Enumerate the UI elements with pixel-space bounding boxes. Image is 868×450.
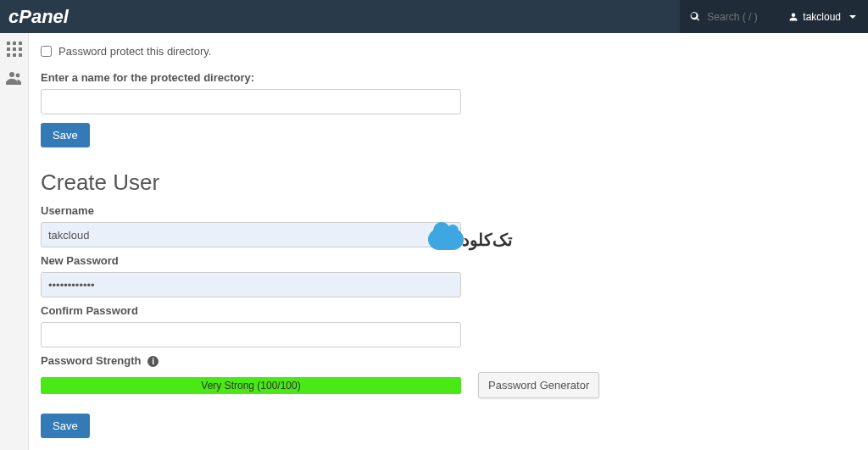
username-input[interactable] [41, 222, 461, 247]
svg-rect-7 [13, 53, 16, 57]
sidebar [0, 33, 29, 450]
svg-rect-8 [19, 53, 22, 57]
apps-icon[interactable] [7, 42, 22, 59]
search-input[interactable] [707, 11, 766, 23]
password-strength-label: Password Strength i [41, 354, 854, 367]
protect-checkbox-label: Password protect this directory. [58, 45, 211, 58]
info-icon[interactable]: i [147, 356, 159, 367]
users-icon[interactable] [6, 71, 23, 87]
svg-point-9 [9, 72, 14, 77]
search-box[interactable] [680, 0, 776, 33]
username-label: Username [41, 204, 854, 217]
username-label: takcloud [803, 11, 841, 23]
svg-rect-4 [13, 47, 16, 51]
new-password-input[interactable] [41, 272, 461, 297]
protect-checkbox[interactable] [41, 46, 52, 57]
top-bar: cPanel takcloud [0, 0, 868, 33]
svg-rect-3 [7, 47, 10, 51]
password-strength-bar: Very Strong (100/100) [41, 377, 461, 394]
directory-name-label: Enter a name for the protected directory… [41, 71, 854, 84]
user-menu[interactable]: takcloud [776, 0, 868, 33]
chevron-down-icon [849, 15, 856, 19]
svg-rect-1 [13, 42, 16, 45]
svg-rect-2 [19, 42, 22, 45]
svg-point-10 [15, 74, 19, 78]
save-user-button[interactable]: Save [41, 414, 90, 438]
svg-rect-5 [19, 47, 22, 51]
password-generator-button[interactable]: Password Generator [478, 372, 599, 398]
user-icon [788, 12, 798, 22]
new-password-label: New Password [41, 254, 854, 267]
confirm-password-label: Confirm Password [41, 304, 854, 317]
svg-rect-6 [7, 53, 10, 57]
create-user-heading: Create User [41, 169, 854, 196]
search-icon [690, 11, 700, 22]
confirm-password-input[interactable] [41, 322, 461, 347]
logo: cPanel [8, 6, 81, 28]
save-directory-button[interactable]: Save [41, 123, 90, 147]
svg-rect-0 [7, 42, 10, 45]
directory-name-input[interactable] [41, 89, 461, 114]
